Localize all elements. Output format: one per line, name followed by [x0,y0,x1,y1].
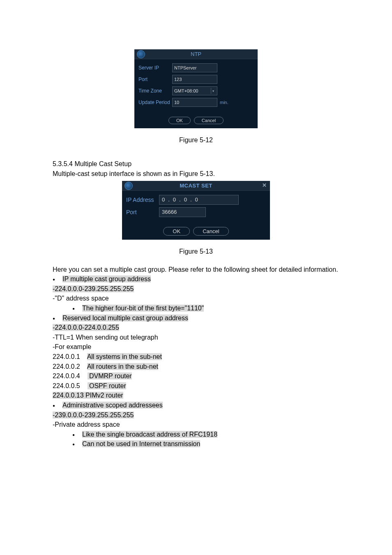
globe-icon [137,50,145,58]
ip-octet-2: 0 [173,197,176,203]
range-7: -Private address space [53,420,339,429]
time-zone-select[interactable]: GMT+08:00 ▾ [172,86,217,95]
example-row: 224.0.0.13 PIMv2 router [53,391,339,400]
globe-icon [125,182,133,190]
label-port: Port [138,76,172,82]
ip-octet-1: 0 [162,197,165,203]
range-6: -239.0.0.0-239.255.255.255 [53,411,339,420]
mcast-title-bar: MCAST SET ✕ [122,181,270,191]
ntp-dialog: NTP Server IP NTPServer Port 123 Time Zo… [134,49,258,128]
cancel-button[interactable]: Cancel [194,117,224,124]
chevron-down-icon: ▾ [211,88,215,94]
ok-button[interactable]: OK [163,227,190,236]
cancel-button[interactable]: Cancel [193,227,228,236]
list-item: Reserved local multiple cast group addre… [53,314,339,323]
update-period-input[interactable]: 10 [172,98,217,107]
port-input[interactable]: 123 [172,75,217,84]
label-server-ip: Server IP [138,65,172,71]
example-row: 224.0.0.5 OSPF router [53,382,339,391]
intro-text: Here you can set a multiple cast group. … [53,265,339,274]
list-item: Can not be used in Internet transmission [53,439,339,449]
range-5: -For example [53,342,339,352]
server-ip-input[interactable]: NTPServer [172,63,217,72]
time-zone-value: GMT+08:00 [174,88,198,93]
list-item: The higher four-bit of the first byte="1… [53,304,339,313]
mcast-title: MCAST SET [180,183,212,189]
ip-octet-3: 0 [184,197,187,203]
ok-button[interactable]: OK [168,117,191,124]
section-heading: 5.3.5.4 Multiple Cast Setup [53,160,339,168]
ntp-title-bar: NTP [134,49,258,59]
range-1: -224.0.0.0-239.255.255.255 [53,284,339,294]
ip-address-input[interactable]: 0. 0. 0. 0 [159,195,239,205]
figure-caption-2: Figure 5-13 [53,248,339,255]
label-update-period: Update Period [138,99,172,105]
mcast-port-input[interactable]: 36666 [159,207,206,217]
ntp-body: Server IP NTPServer Port 123 Time Zone G… [134,59,258,111]
label-time-zone: Time Zone [138,88,172,94]
range-3: -224.0.0.0-224.0.0.255 [53,323,339,332]
section-intro: Multiple-cast setup interface is shown a… [53,169,339,178]
mcast-body: IP Address 0. 0. 0. 0 Port 36666 [122,191,270,221]
figure-caption-1: Figure 5-12 [53,136,339,144]
example-row: 224.0.0.1 All systems in the sub-net [53,352,339,361]
mcast-dialog: MCAST SET ✕ IP Address 0. 0. 0. 0 Port 3… [122,181,270,240]
list-item: Administrative scoped addressees [53,401,339,410]
range-4: -TTL=1 When sending out telegraph [53,333,339,342]
example-row: 224.0.0.4 DVMRP router [53,372,339,381]
ip-octet-4: 0 [195,197,198,203]
close-icon[interactable]: ✕ [262,182,267,188]
list-item: IP multiple cast group address [53,275,339,284]
list-item: Like the single broadcast address of RFC… [53,430,339,439]
unit-min: min. [220,100,228,105]
example-row: 224.0.0.2 All routers in the sub-net [53,362,339,371]
label-ip-address: IP Address [126,197,159,203]
ntp-title: NTP [191,51,201,57]
range-2: -"D" address space [53,294,339,303]
label-mcast-port: Port [126,209,159,215]
